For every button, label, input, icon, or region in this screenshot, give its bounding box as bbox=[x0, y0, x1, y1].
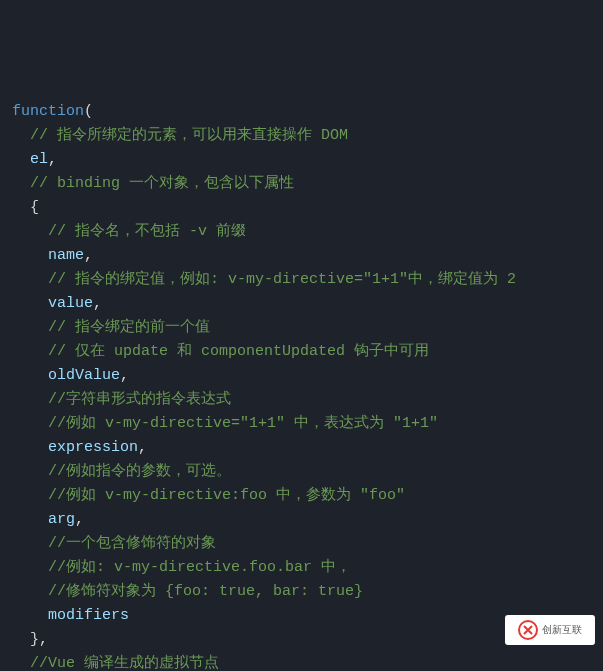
watermark-logo: 创新互联 bbox=[505, 615, 595, 645]
param-el: el bbox=[30, 151, 48, 168]
comment-name: // 指令名，不包括 -v 前缀 bbox=[48, 223, 246, 240]
brace-close: } bbox=[30, 631, 39, 648]
comment-el: // 指令所绑定的元素，可以用来直接操作 DOM bbox=[30, 127, 348, 144]
comment-oldvalue-2: // 仅在 update 和 componentUpdated 钩子中可用 bbox=[48, 343, 429, 360]
comment-modifiers-1: //一个包含修饰符的对象 bbox=[48, 535, 216, 552]
comment-expression-2: //例如 v-my-directive="1+1" 中，表达式为 "1+1" bbox=[48, 415, 438, 432]
comma: , bbox=[138, 439, 147, 456]
comma: , bbox=[120, 367, 129, 384]
comment-expression-1: //字符串形式的指令表达式 bbox=[48, 391, 231, 408]
code-block: function( // 指令所绑定的元素，可以用来直接操作 DOM el, /… bbox=[12, 100, 603, 671]
keyword-function: function bbox=[12, 103, 84, 120]
prop-arg: arg bbox=[48, 511, 75, 528]
prop-value: value bbox=[48, 295, 93, 312]
prop-name: name bbox=[48, 247, 84, 264]
brace-open: { bbox=[30, 199, 39, 216]
comment-binding: // binding 一个对象，包含以下属性 bbox=[30, 175, 294, 192]
comment-value: // 指令的绑定值，例如: v-my-directive="1+1"中，绑定值为… bbox=[48, 271, 516, 288]
comment-modifiers-3: //修饰符对象为 {foo: true, bar: true} bbox=[48, 583, 363, 600]
comment-arg-1: //例如指令的参数，可选。 bbox=[48, 463, 231, 480]
comma: , bbox=[93, 295, 102, 312]
comment-modifiers-2: //例如: v-my-directive.foo.bar 中， bbox=[48, 559, 351, 576]
open-paren: ( bbox=[84, 103, 93, 120]
comma: , bbox=[75, 511, 84, 528]
comma: , bbox=[84, 247, 93, 264]
logo-icon bbox=[518, 620, 538, 640]
prop-expression: expression bbox=[48, 439, 138, 456]
comment-arg-2: //例如 v-my-directive:foo 中，参数为 "foo" bbox=[48, 487, 405, 504]
comment-oldvalue-1: // 指令绑定的前一个值 bbox=[48, 319, 210, 336]
watermark-text: 创新互联 bbox=[542, 618, 582, 642]
prop-oldvalue: oldValue bbox=[48, 367, 120, 384]
comma: , bbox=[48, 151, 57, 168]
comma: , bbox=[39, 631, 48, 648]
prop-modifiers: modifiers bbox=[48, 607, 129, 624]
comment-vnode: //Vue 编译生成的虚拟节点 bbox=[30, 655, 219, 671]
